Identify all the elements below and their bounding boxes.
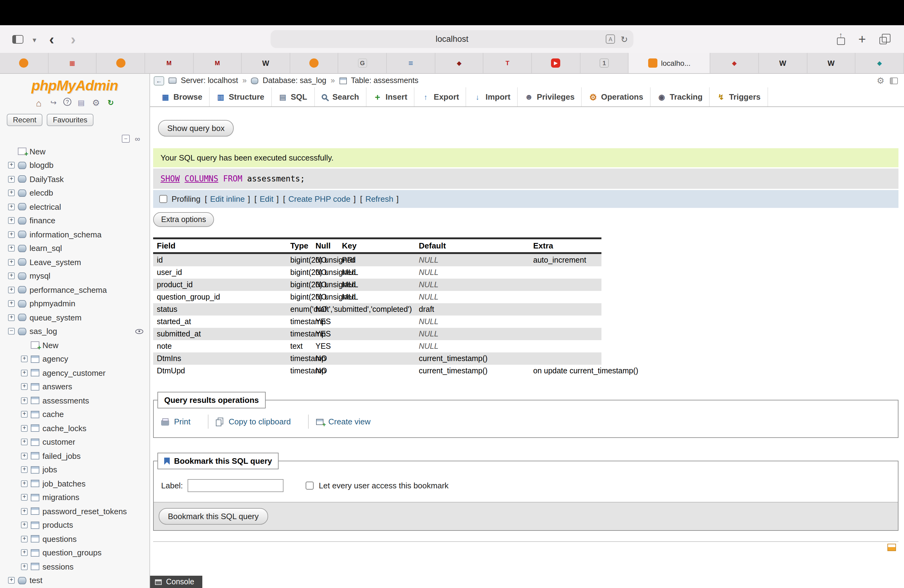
forward-button[interactable]: › xyxy=(67,32,79,46)
menu-tab[interactable]: Triggers xyxy=(710,87,768,106)
tree-item-label[interactable]: products xyxy=(43,521,73,530)
menu-tab[interactable]: Operations xyxy=(582,87,651,106)
tree-item[interactable]: customer xyxy=(0,435,149,449)
gear-icon[interactable] xyxy=(877,76,884,85)
browser-tab[interactable]: W xyxy=(807,53,855,73)
tree-item[interactable]: answers xyxy=(0,380,149,394)
reload-icon[interactable] xyxy=(106,98,115,107)
breadcrumb-table[interactable]: Table: assessments xyxy=(351,76,419,85)
browser-tab[interactable] xyxy=(97,53,145,73)
link-panel-icon[interactable] xyxy=(133,135,141,143)
tree-item-label[interactable]: cache_locks xyxy=(43,424,86,433)
breadcrumb-back-icon[interactable] xyxy=(154,76,164,85)
tree-item[interactable]: question_groups xyxy=(0,546,149,560)
tree-item-label[interactable]: customer xyxy=(43,438,75,447)
sql-keyword-link[interactable]: SHOW xyxy=(161,174,180,183)
bookmark-share-checkbox[interactable] xyxy=(306,482,314,490)
menu-tab[interactable]: Insert xyxy=(367,87,415,106)
browser-tab[interactable]: W xyxy=(242,53,290,73)
tree-item[interactable]: password_reset_tokens xyxy=(0,504,149,518)
tree-toggle-icon[interactable] xyxy=(21,508,28,515)
panel-tab-button[interactable]: Recent xyxy=(7,114,43,126)
tree-item-label[interactable]: job_batches xyxy=(43,479,85,488)
tree-item-label[interactable]: electrical xyxy=(30,202,61,212)
tree-item[interactable]: questions xyxy=(0,532,149,546)
tree-item[interactable]: finance xyxy=(0,214,149,228)
tree-item[interactable]: elecdb xyxy=(0,186,149,200)
tree-item[interactable]: cache xyxy=(0,408,149,421)
tree-item-label[interactable]: finance xyxy=(30,216,55,225)
tree-item-label[interactable]: New xyxy=(30,147,46,156)
tree-toggle-icon[interactable] xyxy=(21,494,28,501)
tree-item[interactable]: assessments xyxy=(0,394,149,408)
tree-item[interactable]: jobs xyxy=(0,463,149,477)
panel-tab-button[interactable]: Favourites xyxy=(47,114,93,126)
tree-item[interactable]: learn_sql xyxy=(0,242,149,255)
tree-item[interactable]: job_batches xyxy=(0,477,149,490)
tree-toggle-icon[interactable] xyxy=(21,550,28,556)
browser-tab[interactable]: ◆ xyxy=(711,53,759,73)
tree-toggle-icon[interactable] xyxy=(8,176,15,183)
tree-toggle-icon[interactable] xyxy=(21,453,28,460)
tree-toggle-icon[interactable] xyxy=(8,328,15,335)
browser-tab[interactable]: 1 xyxy=(580,53,629,73)
tree-item[interactable]: mysql xyxy=(0,269,149,283)
extra-options-button[interactable]: Extra options xyxy=(153,212,214,227)
tree-item-label[interactable]: performance_schema xyxy=(30,285,107,295)
tree-toggle-icon[interactable] xyxy=(21,397,28,404)
tree-toggle-icon[interactable] xyxy=(8,245,15,252)
bookmark-submit-button[interactable]: Bookmark this SQL query xyxy=(159,508,268,525)
menu-tab[interactable]: Tracking xyxy=(651,87,710,106)
settings-icon[interactable] xyxy=(91,98,101,107)
new-tab-icon[interactable] xyxy=(858,32,866,46)
console-tab[interactable]: Console xyxy=(150,576,202,588)
tree-item-label[interactable]: answers xyxy=(43,382,72,392)
breadcrumb-server[interactable]: Server: localhost xyxy=(181,76,238,85)
tree-item[interactable]: New xyxy=(0,145,149,158)
info-icon[interactable] xyxy=(76,98,86,107)
browser-tab[interactable]: ≡ xyxy=(387,53,435,73)
menu-tab[interactable]: Import xyxy=(466,87,518,106)
tree-item[interactable]: blogdb xyxy=(0,158,149,172)
sidebar-toggle-icon[interactable] xyxy=(12,35,24,43)
browser-tab[interactable] xyxy=(290,53,338,73)
tree-toggle-icon[interactable] xyxy=(8,162,15,169)
tree-item-label[interactable]: learn_sql xyxy=(30,244,62,253)
translate-icon[interactable] xyxy=(606,35,615,44)
tree-item-label[interactable]: failed_jobs xyxy=(43,452,81,461)
menu-tab[interactable]: Search xyxy=(315,87,367,106)
tree-toggle-icon[interactable] xyxy=(21,425,28,432)
eye-icon[interactable] xyxy=(135,329,143,334)
tree-item[interactable]: DailyTask xyxy=(0,172,149,186)
tree-item[interactable]: sas_log xyxy=(0,324,149,338)
tree-item-label[interactable]: sas_log xyxy=(30,327,57,336)
browser-tab[interactable] xyxy=(0,53,48,73)
tree-item-label[interactable]: Leave_system xyxy=(30,258,81,267)
tree-item-label[interactable]: agency_customer xyxy=(43,368,106,378)
profiling-link[interactable]: Edit inline xyxy=(210,194,245,204)
results-op-link[interactable]: Print xyxy=(154,414,208,429)
results-op-link[interactable]: Copy to clipboard xyxy=(208,414,308,429)
tree-toggle-icon[interactable] xyxy=(8,190,15,196)
menu-tab[interactable]: Structure xyxy=(210,87,272,106)
tree-toggle-icon[interactable] xyxy=(21,384,28,390)
show-query-box-button[interactable]: Show query box xyxy=(158,120,234,136)
tree-toggle-icon[interactable] xyxy=(21,356,28,363)
reload-icon[interactable] xyxy=(621,34,628,44)
bookmark-label-input[interactable] xyxy=(188,479,284,492)
profiling-link[interactable]: Create PHP code xyxy=(288,194,351,204)
tree-toggle-icon[interactable] xyxy=(21,481,28,487)
profiling-checkbox[interactable] xyxy=(159,195,167,203)
browser-tab[interactable]: ▶ xyxy=(532,53,580,73)
tree-item[interactable]: New xyxy=(0,338,149,352)
tree-item-label[interactable]: migrations xyxy=(43,493,79,502)
tree-toggle-icon[interactable] xyxy=(21,466,28,473)
tree-toggle-icon[interactable] xyxy=(21,536,28,542)
docs-icon[interactable] xyxy=(63,98,71,106)
menu-tab[interactable]: Export xyxy=(415,87,466,106)
collapse-all-icon[interactable] xyxy=(122,135,130,143)
query-window-icon[interactable] xyxy=(887,544,896,551)
results-op-link[interactable]: Create view xyxy=(309,414,388,429)
tree-item[interactable]: test xyxy=(0,574,149,587)
browser-tab[interactable]: ◆ xyxy=(856,53,904,73)
